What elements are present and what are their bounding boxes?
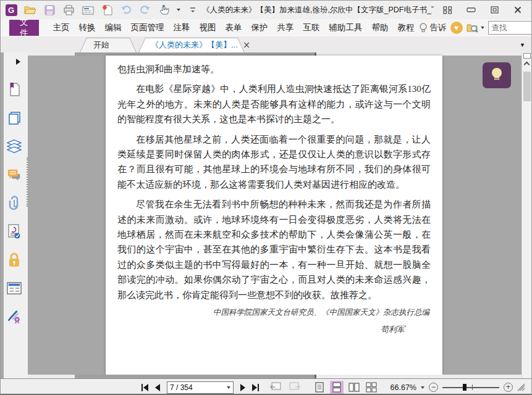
- previous-view-button[interactable]: [269, 382, 282, 393]
- resize-grip-icon[interactable]: [517, 383, 525, 391]
- next-page-button[interactable]: [240, 384, 245, 391]
- zoom-level-label[interactable]: 66.67%: [391, 383, 416, 392]
- page-layout-buttons: [313, 381, 378, 394]
- menu-accessibility[interactable]: 辅助工具: [325, 20, 367, 36]
- window-title: 《人类的未来》【美】加来道雄,徐玢,尔欣中【文字版_PDF电子书_下载】.pdf…: [200, 5, 434, 15]
- tab-start[interactable]: 开始: [80, 38, 137, 52]
- menu-right-cluster: 告诉 ♥: [419, 20, 532, 35]
- previous-page-button[interactable]: [155, 384, 160, 391]
- tell-me-button[interactable]: 告诉: [419, 22, 447, 33]
- email-icon[interactable]: [81, 3, 95, 17]
- layout-continuous-button[interactable]: [330, 381, 344, 394]
- pdf-page: 包括虫洞和曲率加速等。 在电影《星际穿越》中，人类利用人造虫洞快速抵达了距离银河…: [106, 56, 442, 375]
- last-page-button[interactable]: [252, 384, 259, 391]
- tab-start-label: 开始: [80, 38, 137, 52]
- open-file-icon[interactable]: [23, 3, 37, 17]
- sidebar-expand-icon[interactable]: [16, 59, 20, 65]
- page-number-box: [167, 381, 234, 394]
- menu-bar: 文件 主页 转换 编辑 页面管理 注释 视图 表单 保护 共享 互联 辅助工具 …: [1, 19, 531, 36]
- menu-page-manage[interactable]: 页面管理: [127, 20, 169, 36]
- menu-comment[interactable]: 注释: [169, 20, 195, 36]
- first-page-button[interactable]: [141, 384, 148, 391]
- paragraph: 尽管我在余生无法看到书中所畅想的种种未来，然而我还是为作者所描述的未来而激动。或…: [117, 197, 431, 302]
- layout-single-page-button[interactable]: [313, 381, 326, 394]
- favorite-heart-icon[interactable]: ♥: [450, 22, 463, 34]
- split-view-handle[interactable]: [523, 53, 531, 59]
- signature-line: 苟利军: [117, 324, 431, 335]
- maximize-icon[interactable]: [489, 6, 499, 14]
- layers-icon[interactable]: [7, 139, 22, 154]
- sign-icon[interactable]: [7, 309, 22, 324]
- sidebar-edge-strip: [1, 52, 4, 378]
- attribution-line: 中国科学院国家天文台研究员、《中国国家天文》杂志执行总编: [117, 307, 431, 318]
- close-icon[interactable]: [513, 6, 523, 14]
- form-fields-icon[interactable]: [7, 281, 22, 296]
- menu-share[interactable]: 共享: [273, 20, 298, 36]
- find-input[interactable]: [492, 23, 532, 32]
- save-icon[interactable]: [43, 3, 56, 17]
- next-view-button[interactable]: [289, 382, 301, 393]
- menu-view[interactable]: 视图: [195, 20, 221, 36]
- document-area: 包括虫洞和曲率加速等。 在电影《星际穿越》中，人类利用人造虫洞快速抵达了距离银河…: [28, 52, 521, 378]
- security-lock-icon[interactable]: [7, 252, 22, 267]
- navigation-sidebar: [1, 52, 28, 378]
- smart-tip-bulb-button[interactable]: [483, 62, 511, 88]
- menu-help[interactable]: 帮助: [368, 20, 393, 36]
- bookmarks-icon[interactable]: [7, 82, 22, 97]
- paragraph: 在电影《星际穿越》中，人类利用人造虫洞快速抵达了距离银河系130亿光年之外的地方…: [117, 81, 431, 127]
- attachments-icon[interactable]: [7, 196, 22, 210]
- fullscreen-icon[interactable]: [442, 6, 452, 14]
- menu-connect[interactable]: 互联: [299, 20, 324, 36]
- lightbulb-icon: [490, 67, 504, 84]
- menu-tutorial[interactable]: 教程: [394, 20, 419, 36]
- new-document-icon[interactable]: [100, 3, 114, 17]
- zoom-caret-icon[interactable]: [421, 386, 424, 389]
- document-tab-bar: 开始 《人类的未来》【美】... × ▼: [1, 36, 531, 52]
- quick-access-toolbar: G: [4, 3, 200, 17]
- tab-document-label: 《人类的未来》【美】...: [151, 40, 238, 51]
- digital-signatures-icon[interactable]: [7, 224, 22, 239]
- menu-form[interactable]: 表单: [221, 20, 247, 36]
- lightbulb-outline-icon: [419, 23, 428, 33]
- tell-me-label: 告诉: [430, 22, 447, 33]
- foxit-logo-icon[interactable]: G: [4, 3, 18, 17]
- main-area: 包括虫洞和曲率加速等。 在电影《星际穿越》中，人类利用人造虫洞快速抵达了距离银河…: [1, 52, 531, 378]
- tab-document[interactable]: 《人类的未来》【美】... ×: [138, 38, 245, 52]
- title-bar: G: [1, 1, 531, 19]
- menu-edit[interactable]: 编辑: [101, 20, 126, 36]
- app-window: G: [0, 0, 532, 395]
- vertical-scrollbar-thumb[interactable]: [523, 72, 531, 101]
- snapshot-search-icon[interactable]: [467, 23, 484, 33]
- menu-file[interactable]: 文件: [9, 20, 39, 36]
- redo-icon[interactable]: [138, 3, 152, 17]
- paragraph: 包括虫洞和曲率加速等。: [117, 62, 431, 77]
- tab-list-caret-icon[interactable]: ▼: [520, 42, 525, 48]
- undo-icon[interactable]: [119, 3, 133, 17]
- zoom-controls: 66.67% − +: [391, 379, 525, 395]
- minimize-icon[interactable]: [466, 6, 476, 14]
- menu-home[interactable]: 主页: [49, 20, 74, 36]
- layout-continuous-facing-button[interactable]: [365, 381, 378, 394]
- zoom-slider[interactable]: [442, 383, 499, 392]
- print-icon[interactable]: [62, 3, 75, 17]
- page-navigation: [141, 379, 378, 395]
- window-controls: [434, 6, 528, 14]
- snapshot-caret-icon[interactable]: [481, 27, 484, 29]
- tab-close-icon[interactable]: ×: [243, 41, 251, 50]
- scroll-up-icon[interactable]: [524, 62, 530, 68]
- page-number-caret-icon[interactable]: [227, 386, 230, 389]
- menu-convert[interactable]: 转换: [75, 20, 100, 36]
- vertical-scrollbar[interactable]: [521, 52, 531, 378]
- menu-protect[interactable]: 保护: [247, 20, 272, 36]
- page-thumbnails-icon[interactable]: [7, 110, 22, 125]
- customize-toolbar-icon[interactable]: [186, 3, 200, 17]
- hand-tool-icon[interactable]: [158, 3, 171, 17]
- hand-tool-caret-icon[interactable]: [177, 9, 180, 11]
- comments-icon[interactable]: [7, 167, 22, 182]
- zoom-in-button[interactable]: +: [504, 383, 513, 392]
- zoom-slider-thumb[interactable]: [463, 384, 467, 391]
- page-number-input[interactable]: [170, 383, 227, 392]
- zoom-out-button[interactable]: −: [429, 383, 438, 392]
- layout-facing-button[interactable]: [347, 381, 361, 394]
- paragraph: 在移居其他星球之前，人类还面临着一个很重要的问题，那就是，让人类延续是要同时保留…: [117, 132, 431, 193]
